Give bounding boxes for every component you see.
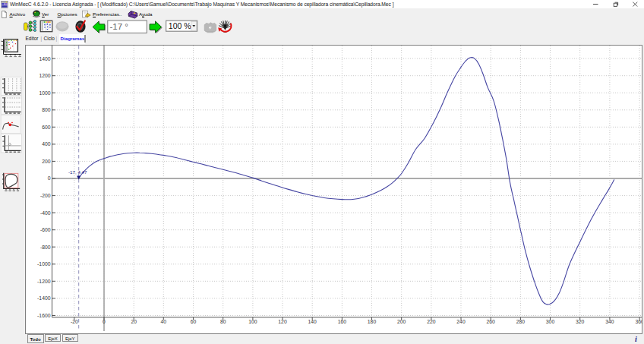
svg-text:100 %: 100 % — [169, 21, 191, 30]
svg-text:-200: -200 — [40, 193, 51, 198]
svg-text:340: 340 — [605, 319, 614, 324]
svg-text:600: 600 — [42, 125, 51, 130]
svg-text:1000: 1000 — [39, 90, 50, 96]
svg-text:400: 400 — [42, 141, 51, 147]
svg-text:-1200: -1200 — [37, 279, 51, 284]
svg-text:280: 280 — [516, 319, 526, 324]
svg-text:120: 120 — [278, 319, 287, 324]
svg-text:-1000: -1000 — [37, 261, 51, 267]
svg-text:1200: 1200 — [39, 73, 50, 78]
svg-text:-17 °: -17 ° — [110, 22, 128, 31]
svg-text:800: 800 — [42, 107, 51, 112]
svg-text:360: 360 — [635, 319, 642, 324]
svg-text:160: 160 — [338, 319, 347, 324]
svg-text:20: 20 — [131, 319, 137, 324]
svg-text:60: 60 — [191, 319, 197, 324]
svg-text:140: 140 — [308, 319, 317, 324]
svg-text:220: 220 — [427, 319, 436, 324]
svg-text:320: 320 — [576, 319, 585, 324]
svg-text:-600: -600 — [40, 227, 51, 232]
svg-text:260: 260 — [487, 319, 496, 324]
svg-text:180: 180 — [368, 319, 377, 324]
svg-text:200: 200 — [42, 159, 51, 164]
svg-text:240: 240 — [456, 319, 466, 324]
svg-text:300: 300 — [546, 319, 555, 324]
svg-text:100: 100 — [248, 319, 257, 324]
svg-text:0: 0 — [103, 319, 106, 324]
svg-text:-20: -20 — [71, 319, 78, 324]
svg-text:40: 40 — [161, 319, 167, 324]
svg-text:-1400: -1400 — [37, 295, 51, 301]
svg-text:-400: -400 — [40, 210, 51, 216]
svg-text:-1600: -1600 — [37, 313, 51, 318]
svg-text:1400: 1400 — [39, 56, 50, 62]
svg-text:200: 200 — [397, 319, 406, 324]
svg-text:80: 80 — [220, 319, 226, 324]
svg-text:0: 0 — [48, 175, 51, 181]
svg-text:-17, 4.47: -17, 4.47 — [68, 169, 87, 175]
svg-text:-800: -800 — [40, 245, 51, 250]
